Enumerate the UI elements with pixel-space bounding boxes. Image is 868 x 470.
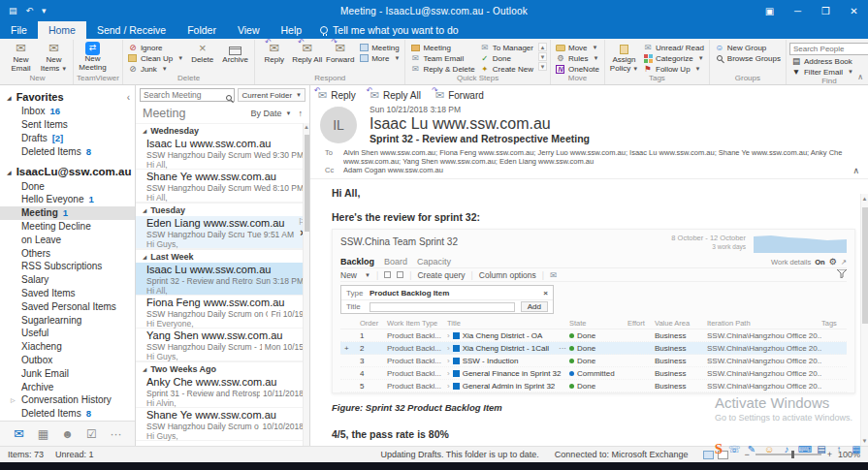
undo-icon[interactable]: ↶ — [26, 6, 34, 16]
ribbon-display-options-icon[interactable]: ▣ — [755, 0, 784, 21]
tab-folder[interactable]: Folder — [177, 21, 227, 39]
scroll-up-icon[interactable]: ▲ — [538, 43, 547, 51]
close-icon[interactable]: ✕ — [840, 0, 868, 21]
emoji-icon[interactable]: ☺ — [763, 444, 775, 454]
quickstep-done[interactable]: ✓Done — [478, 53, 535, 63]
column-header[interactable]: Work Item Type — [387, 319, 447, 328]
column-header[interactable]: Tags — [821, 319, 847, 328]
folder-item[interactable]: RSS Subscriptions — [0, 260, 135, 273]
column-header[interactable]: Value Area — [655, 319, 707, 328]
folder-item[interactable]: Meeting 1 — [0, 206, 135, 220]
group-header-wednesday[interactable]: ◢Wednesday — [136, 123, 309, 137]
folder-item[interactable]: ▷ Conversation History — [0, 393, 135, 407]
group-header-two-weeks-ago[interactable]: ◢Two Weeks Ago — [136, 361, 309, 375]
backlog-row[interactable]: 1 Product Backl... Xia Cheng District - … — [340, 329, 847, 342]
folder-item[interactable]: Saved Personal Items — [0, 299, 135, 313]
tab-view[interactable]: View — [227, 21, 271, 39]
tab-board[interactable]: Board — [384, 257, 407, 266]
message-list-item[interactable]: Shane Ye www.ssw.com.au SSW Hangzhou Dai… — [136, 408, 309, 441]
backlog-row[interactable]: 4 Product Backl... General Finance in Sp… — [340, 367, 847, 380]
scroll-down-icon[interactable]: ▼ — [538, 52, 547, 61]
new-meeting-button[interactable]: ⇄New Meeting — [77, 41, 109, 73]
favorites-header[interactable]: ◢ Favorites ‹ — [0, 89, 135, 105]
ignore-button[interactable]: ⊘Ignore — [126, 43, 185, 52]
filter-email-button[interactable]: ▼Filter Email▼ — [789, 67, 868, 77]
cc-recipients[interactable]: Adam Cogan www.ssw.com.au — [343, 166, 845, 174]
address-book-button[interactable]: ▤Address Book — [789, 56, 868, 66]
people-nav-icon[interactable]: ☻ — [56, 427, 79, 441]
quickstep-meeting[interactable]: Meeting — [408, 43, 476, 52]
delete-button[interactable]: ×Delete — [186, 41, 218, 65]
scroll-up-icon[interactable]: ▲ — [304, 124, 309, 130]
tab-file[interactable]: File — [0, 21, 38, 39]
new-items-button[interactable]: ✉New Items▼ — [38, 41, 70, 74]
tab-capacity[interactable]: Capacity — [417, 257, 451, 266]
folder-item[interactable]: Outbox — [0, 354, 135, 367]
minimize-icon[interactable]: ─ — [784, 0, 812, 21]
message-list-scrollbar[interactable]: ▲ — [303, 123, 309, 446]
forward-action-button[interactable]: ✉↷Forward — [435, 89, 484, 102]
filter-funnel-icon[interactable] — [837, 269, 847, 280]
customize-quick-access-icon[interactable]: ▾ — [42, 6, 47, 16]
scrollbar-thumb[interactable] — [305, 135, 309, 232]
message-list-item[interactable]: Isaac Lu www.ssw.com.au SSW Hangzhou Dai… — [136, 137, 309, 170]
more-nav-icon[interactable]: ··· — [105, 427, 127, 441]
folder-item[interactable]: Deleted Items 8 — [0, 407, 135, 421]
quickstep-create-new[interactable]: ✦Create New — [478, 64, 535, 74]
column-header[interactable]: Effort — [627, 319, 655, 328]
scrollbar-thumb[interactable] — [862, 207, 868, 324]
type-filter-value[interactable]: Product Backlog Item — [370, 289, 449, 298]
calendar-nav-icon[interactable]: ▦ — [32, 427, 54, 441]
sogou-logo-icon[interactable]: S — [715, 441, 723, 457]
folder-item[interactable]: Sugarlearning — [0, 313, 135, 327]
fullscreen-icon[interactable]: ↗ — [841, 258, 847, 266]
sort-direction-icon[interactable]: ↑ — [299, 109, 304, 118]
mic-icon[interactable]: ♪ — [781, 444, 792, 454]
onenote-button[interactable]: NOneNote — [554, 64, 601, 74]
collapse-tree-icon[interactable] — [397, 271, 403, 278]
work-details-toggle[interactable]: Work detailsOn⚙↗ — [771, 257, 847, 266]
archive-button[interactable]: Archive — [219, 41, 251, 65]
new-group-button[interactable]: ☺New Group — [713, 43, 783, 52]
browse-groups-button[interactable]: Browse Groups — [713, 53, 783, 63]
send-receive-icon[interactable]: ▤ — [9, 6, 17, 16]
collapse-ribbon-icon[interactable]: ∧ — [857, 73, 863, 81]
sender-name[interactable]: Isaac Lu www.ssw.com.au — [370, 114, 858, 133]
tab-help[interactable]: Help — [271, 21, 313, 39]
mail-nav-icon[interactable]: ✉ — [8, 426, 30, 441]
tab-home[interactable]: Home — [38, 21, 86, 39]
folder-item[interactable]: Others — [0, 246, 135, 260]
tasks-nav-icon[interactable]: ☑ — [80, 427, 103, 441]
backlog-row[interactable]: 5 Product Backl... General Admin in Spri… — [340, 380, 847, 392]
folder-item[interactable]: on Leave — [0, 233, 135, 246]
account-header[interactable]: ◢ IsaacLu@ssw.com.au — [0, 164, 135, 179]
handwriting-icon[interactable]: ✎ — [746, 444, 757, 454]
sender-avatar[interactable]: IL — [320, 107, 357, 143]
message-list-item[interactable]: Yang Shen www.ssw.com.au SSW Hangzhou Da… — [136, 329, 309, 361]
column-options-button[interactable]: Column options — [479, 270, 536, 280]
categorize-button[interactable]: Categorize▼ — [641, 53, 706, 63]
folder-item[interactable]: Xiacheng — [0, 340, 135, 354]
folder-item[interactable]: Sent Items — [0, 118, 135, 132]
clean-up-button[interactable]: Clean Up▼ — [126, 53, 185, 63]
search-scope-dropdown[interactable]: Current Folder▼ — [238, 88, 305, 102]
search-people-input[interactable] — [789, 43, 868, 55]
to-recipients[interactable]: Alvin Shen www.ssw.com.au; Fiona Feng ww… — [343, 148, 845, 166]
folder-item[interactable]: Meeting Decline — [0, 220, 135, 234]
folder-item[interactable]: Saved Items — [0, 287, 135, 300]
work-item-link[interactable]: Xia Cheng District - 1Call··· — [447, 344, 569, 353]
title-filter-input[interactable] — [370, 302, 515, 312]
message-list-item[interactable]: Anky Che www.ssw.com.au Sprint 31 - Revi… — [136, 375, 309, 408]
upload-icon[interactable]: ↑ — [833, 444, 845, 454]
folder-item[interactable]: Hello Eveyone 1 — [0, 193, 135, 206]
backlog-row[interactable]: 3 Product Backl... SSW - Induction··· Do… — [340, 355, 847, 367]
new-email-button[interactable]: ✉New Email — [5, 41, 37, 74]
move-button[interactable]: Move▼ — [554, 43, 601, 52]
new-item-button[interactable]: New — [340, 270, 357, 280]
folder-item[interactable]: Deleted Items 8 — [0, 144, 135, 158]
forward-button[interactable]: ✉↷Forward — [324, 41, 356, 65]
sort-dropdown[interactable]: By Date▼ — [251, 109, 292, 118]
email-query-icon[interactable]: ✉ — [550, 270, 557, 280]
folder-item[interactable]: Drafts [2] — [0, 132, 135, 145]
message-list-item[interactable]: Eden Liang www.ssw.com.au SSW Hangzhou D… — [136, 216, 309, 249]
